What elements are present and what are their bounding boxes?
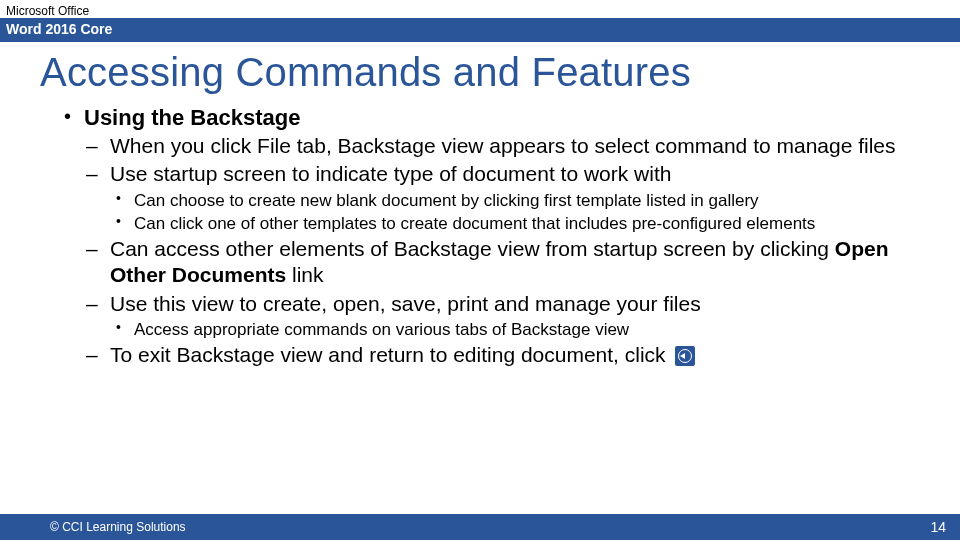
bullet-other-templates: Can click one of other templates to crea… — [110, 213, 900, 234]
page-number: 14 — [930, 519, 946, 535]
bullet-manage-files-text: Use this view to create, open, save, pri… — [110, 292, 701, 315]
bullet-startup-screen: Use startup screen to indicate type of d… — [84, 161, 900, 234]
page-title: Accessing Commands and Features — [0, 42, 960, 99]
text-pre: Can access other elements of Backstage v… — [110, 237, 835, 260]
bullet-backstage-tabs: Access appropriate commands on various t… — [110, 319, 900, 340]
suite-label: Microsoft Office — [0, 0, 960, 18]
topic-heading-text: Using the Backstage — [84, 105, 300, 130]
bullet-manage-files: Use this view to create, open, save, pri… — [84, 291, 900, 341]
bullet-open-other-docs: Can access other elements of Backstage v… — [84, 236, 900, 289]
bullet-exit-backstage: To exit Backstage view and return to edi… — [84, 342, 900, 368]
topic-heading: Using the Backstage When you click File … — [60, 105, 900, 368]
bullet-blank-doc: Can choose to create new blank document … — [110, 190, 900, 211]
text-post: link — [286, 263, 323, 286]
bullet-exit-text: To exit Backstage view and return to edi… — [110, 343, 671, 366]
product-label: Word 2016 Core — [0, 18, 960, 42]
bullet-file-tab: When you click File tab, Backstage view … — [84, 133, 900, 159]
slide-body: Using the Backstage When you click File … — [0, 99, 960, 514]
copyright-text: © CCI Learning Solutions — [50, 520, 186, 534]
bullet-startup-screen-text: Use startup screen to indicate type of d… — [110, 162, 671, 185]
slide: Microsoft Office Word 2016 Core Accessin… — [0, 0, 960, 540]
footer-bar: © CCI Learning Solutions 14 — [0, 514, 960, 540]
back-arrow-icon — [675, 346, 695, 366]
